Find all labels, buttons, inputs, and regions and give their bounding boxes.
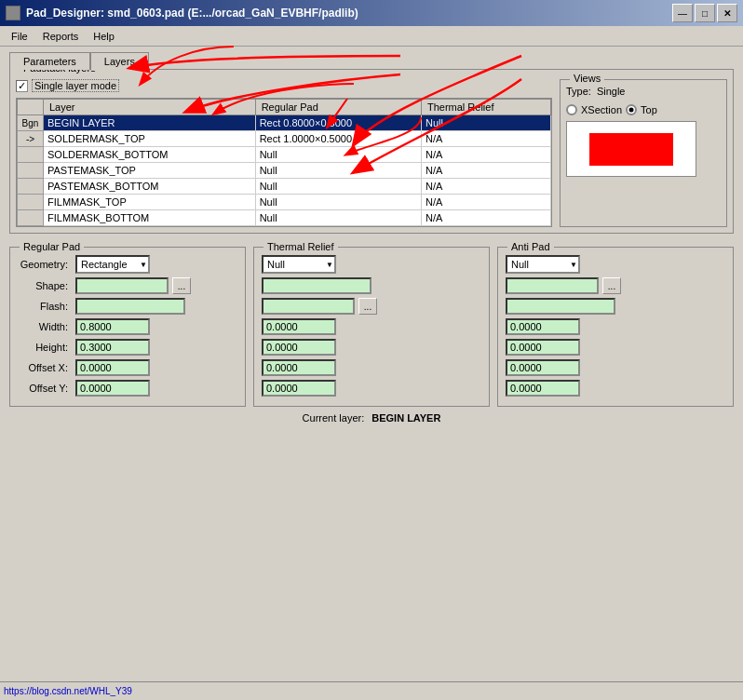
table-row[interactable]: SOLDERMASK_BOTTOM Null N/A	[18, 147, 551, 163]
thermal-offset-y-input[interactable]	[262, 380, 336, 397]
maximize-button[interactable]: □	[695, 4, 715, 22]
row-thermal-relief: N/A	[421, 210, 550, 226]
thermal-flash-row: ...	[262, 298, 481, 315]
tab-parameters[interactable]: Parameters	[9, 52, 90, 70]
title-bar: Pad_Designer: smd_0603.pad (E:.../orcad_…	[0, 0, 743, 26]
table-row[interactable]: PASTEMASK_BOTTOM Null N/A	[18, 179, 551, 195]
anti-offset-x-row	[506, 359, 725, 376]
thermal-width-input[interactable]	[262, 318, 336, 335]
table-row[interactable]: Bgn BEGIN LAYER Rect 0.8000×0.3000 Null	[18, 115, 551, 131]
radio-top[interactable]	[626, 104, 637, 115]
menu-file[interactable]: File	[4, 29, 35, 44]
row-regular-pad: Null	[255, 210, 421, 226]
thermal-shape-row	[262, 277, 481, 294]
anti-shape-input[interactable]	[506, 277, 599, 294]
shape-label: Shape:	[18, 280, 72, 291]
thermal-geometry-select-wrapper[interactable]: Null Circle Square	[262, 255, 336, 274]
thermal-shape-input[interactable]	[262, 277, 372, 294]
height-label: Height:	[18, 342, 72, 353]
thermal-geometry-select[interactable]: Null Circle Square	[262, 255, 336, 274]
anti-geometry-row: Null Circle Square	[506, 255, 725, 274]
thermal-offset-x-input[interactable]	[262, 359, 336, 376]
views-panel: Views Type: Single XSection Top	[560, 79, 727, 227]
anti-width-input[interactable]	[506, 318, 580, 335]
close-button[interactable]: ✕	[717, 4, 737, 22]
table-row[interactable]: FILMMASK_BOTTOM Null N/A	[18, 210, 551, 226]
geometry-select-wrapper[interactable]: Rectangle Circle Square Null	[75, 255, 150, 274]
anti-shape-row: ...	[506, 277, 725, 294]
anti-pad-legend: Anti Pad	[507, 241, 554, 252]
row-label: Bgn	[18, 115, 44, 131]
row-layer: PASTEMASK_BOTTOM	[44, 179, 256, 195]
row-regular-pad: Null	[255, 179, 421, 195]
width-input[interactable]	[75, 318, 150, 335]
layer-table-container[interactable]: Layer Regular Pad Thermal Relief Bgn BEG…	[16, 98, 552, 227]
table-row[interactable]: -> SOLDERMASK_TOP Rect 1.0000×0.5000 N/A	[18, 131, 551, 147]
row-layer: SOLDERMASK_TOP	[44, 131, 256, 147]
window-title: Pad_Designer: smd_0603.pad (E:.../orcad_…	[26, 7, 358, 20]
row-thermal-relief: N/A	[421, 131, 550, 147]
pad-preview	[566, 121, 696, 177]
anti-height-row	[506, 339, 725, 356]
offset-x-input[interactable]	[75, 359, 150, 376]
table-row[interactable]: FILMMASK_TOP Null N/A	[18, 195, 551, 210]
anti-shape-ellipsis-button[interactable]: ...	[602, 277, 621, 294]
thermal-flash-ellipsis-button[interactable]: ...	[358, 298, 377, 315]
radio-xsection[interactable]	[566, 104, 577, 115]
thermal-relief-panel: Thermal Relief Null Circle Square	[253, 247, 490, 407]
single-layer-mode-checkbox[interactable]: ✓	[16, 80, 28, 92]
menu-help[interactable]: Help	[86, 29, 122, 44]
offset-y-row: Offset Y:	[18, 380, 237, 397]
anti-flash-input[interactable]	[506, 298, 615, 315]
table-row[interactable]: PASTEMASK_TOP Null N/A	[18, 163, 551, 179]
current-layer-value: BEGIN LAYER	[372, 412, 440, 424]
thermal-flash-input[interactable]	[262, 298, 355, 315]
regular-pad-panel: Regular Pad Geometry: Rectangle Circle S…	[9, 247, 246, 407]
height-input[interactable]	[75, 339, 150, 356]
offset-y-input[interactable]	[75, 380, 150, 397]
anti-geometry-select[interactable]: Null Circle Square	[506, 255, 580, 274]
geometry-select[interactable]: Rectangle Circle Square Null	[75, 255, 150, 274]
row-label	[18, 210, 44, 226]
radio-group: XSection Top	[566, 104, 721, 115]
single-layer-mode-row: ✓ Single layer mode	[16, 79, 552, 92]
flash-input[interactable]	[75, 298, 185, 315]
app-icon	[6, 6, 20, 20]
anti-pad-panel: Anti Pad Null Circle Square ...	[497, 247, 734, 407]
thermal-offset-x-row	[262, 359, 481, 376]
col-header-label	[18, 100, 44, 115]
row-label: ->	[18, 131, 44, 147]
flash-row: Flash:	[18, 298, 237, 315]
single-layer-mode-label: Single layer mode	[32, 79, 119, 92]
status-bar: https://blog.csdn.net/WHL_Y39	[0, 681, 743, 700]
col-header-regular-pad: Regular Pad	[255, 100, 421, 115]
geometry-row: Geometry: Rectangle Circle Square Null	[18, 255, 237, 274]
row-label	[18, 147, 44, 163]
shape-ellipsis-button[interactable]: ...	[172, 277, 191, 294]
status-url: https://blog.csdn.net/WHL_Y39	[4, 686, 132, 696]
row-regular-pad: Rect 0.8000×0.3000	[255, 115, 421, 131]
thermal-width-row	[262, 318, 481, 335]
top-label: Top	[641, 104, 657, 115]
anti-offset-x-input[interactable]	[506, 359, 580, 376]
minimize-button[interactable]: —	[672, 4, 693, 22]
regular-pad-legend: Regular Pad	[20, 241, 84, 252]
row-regular-pad: Null	[255, 163, 421, 179]
row-layer: FILMMASK_BOTTOM	[44, 210, 256, 226]
menu-reports[interactable]: Reports	[35, 29, 87, 44]
anti-height-input[interactable]	[506, 339, 580, 356]
offset-y-label: Offset Y:	[18, 383, 72, 394]
current-layer-label: Current layer:	[303, 412, 365, 424]
shape-input[interactable]	[75, 277, 169, 294]
geometry-label: Geometry:	[18, 259, 72, 270]
offset-x-row: Offset X:	[18, 359, 237, 376]
tab-bar: Parameters Layers	[9, 52, 734, 70]
tab-layers[interactable]: Layers	[90, 52, 149, 71]
flash-label: Flash:	[18, 301, 72, 312]
shape-row: Shape: ...	[18, 277, 237, 294]
anti-offset-y-input[interactable]	[506, 380, 580, 397]
layer-table: Layer Regular Pad Thermal Relief Bgn BEG…	[17, 99, 551, 226]
thermal-height-input[interactable]	[262, 339, 336, 356]
anti-geometry-select-wrapper[interactable]: Null Circle Square	[506, 255, 580, 274]
views-legend: Views	[570, 73, 604, 84]
